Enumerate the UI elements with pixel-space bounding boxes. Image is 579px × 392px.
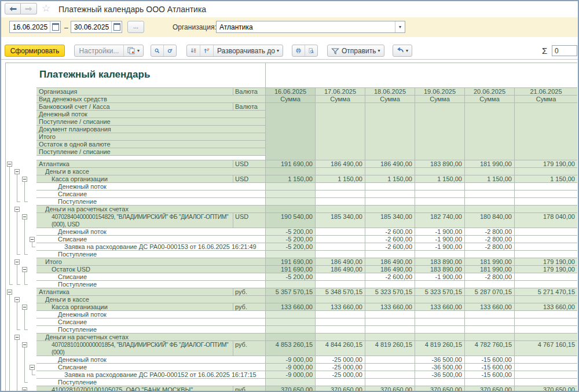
amount-cell[interactable] (415, 168, 465, 175)
settings-button[interactable]: Настройки... (75, 45, 123, 56)
date-header-cell[interactable] (515, 141, 577, 148)
amount-cell[interactable] (266, 198, 316, 206)
amount-cell[interactable]: 191 690,00 (266, 266, 316, 273)
amount-cell[interactable]: 191 690,00 (266, 258, 316, 266)
header-currency-cell[interactable]: Валюта (233, 103, 266, 111)
date-header-cell[interactable] (266, 141, 316, 148)
amount-cell[interactable]: 370 650,00 (365, 386, 415, 391)
date-header-cell[interactable]: Сумма (365, 96, 415, 103)
amount-cell[interactable]: 183 890,00 (415, 160, 465, 168)
date-header-cell[interactable] (515, 133, 577, 141)
amount-cell[interactable] (316, 243, 365, 251)
amount-cell[interactable]: 191 690,00 (266, 160, 316, 168)
amount-cell[interactable]: -25 000,00 (316, 371, 365, 379)
amount-cell[interactable] (266, 334, 316, 341)
organization-dropdown-button[interactable]: ▾ (395, 21, 405, 32)
date-header-cell[interactable] (515, 118, 577, 126)
amount-cell[interactable] (465, 379, 515, 386)
amount-cell[interactable]: -2 800,00 (465, 273, 515, 281)
date-header-cell[interactable] (515, 103, 577, 111)
amount-cell[interactable]: 5 287 070,15 (465, 288, 515, 296)
header-label-cell[interactable]: Поступление / списание (36, 118, 266, 126)
date-header-cell[interactable] (415, 126, 465, 133)
amount-cell[interactable] (365, 168, 415, 175)
date-header-cell[interactable] (316, 111, 365, 118)
amount-cell[interactable]: 1 150,00 (465, 175, 515, 183)
amount-cell[interactable] (515, 243, 577, 251)
preview-button[interactable] (305, 45, 317, 56)
amount-cell[interactable] (515, 236, 577, 243)
header-label-cell[interactable]: Организация (36, 88, 233, 96)
amount-cell[interactable] (415, 326, 465, 334)
date-header-cell[interactable] (515, 148, 577, 156)
header-label-cell[interactable]: Вид денежных средств (36, 96, 266, 103)
amount-cell[interactable] (465, 206, 515, 213)
amount-cell[interactable]: 5 323 570,15 (365, 288, 415, 296)
amount-cell[interactable] (465, 251, 515, 258)
organization-combobox[interactable]: Атлантика ▾ (216, 21, 405, 33)
row-label-cell[interactable]: Поступление (36, 281, 266, 288)
amount-cell[interactable]: 190 540,00 (266, 213, 316, 228)
amount-cell[interactable] (515, 379, 577, 386)
amount-cell[interactable]: -2 800,00 (465, 228, 515, 236)
date-header-cell[interactable] (266, 111, 316, 118)
amount-cell[interactable]: 186 490,00 (365, 258, 415, 266)
date-header-cell[interactable]: 18.06.2025 (365, 88, 415, 96)
date-header-cell[interactable] (415, 141, 465, 148)
amount-cell[interactable]: 4 844 260,15 (316, 341, 365, 356)
amount-cell[interactable] (365, 281, 415, 288)
amount-cell[interactable]: 179 190,00 (515, 160, 577, 168)
collapse-all-button[interactable] (187, 45, 200, 56)
row-label-cell[interactable]: Списание (36, 190, 266, 198)
date-header-cell[interactable] (465, 118, 515, 126)
date-header-cell[interactable] (415, 118, 465, 126)
amount-cell[interactable] (266, 183, 316, 190)
date-header-cell[interactable]: Сумма (415, 96, 465, 103)
amount-cell[interactable] (515, 356, 577, 364)
row-currency-cell[interactable]: USD (233, 160, 266, 168)
expand-all-button[interactable] (200, 45, 213, 56)
amount-cell[interactable] (465, 168, 515, 175)
amount-cell[interactable]: -5 200,00 (266, 273, 316, 281)
date-header-cell[interactable]: Сумма (465, 96, 515, 103)
date-header-cell[interactable] (316, 118, 365, 126)
amount-cell[interactable] (316, 228, 365, 236)
row-label-cell[interactable]: Касса организации (36, 175, 233, 183)
row-currency-cell[interactable]: руб. (233, 303, 266, 311)
header-currency-cell[interactable]: Валюта (233, 88, 266, 96)
amount-cell[interactable]: -1 900,00 (415, 236, 465, 243)
amount-cell[interactable] (515, 198, 577, 206)
date-header-cell[interactable]: 17.06.2025 (316, 88, 365, 96)
amount-cell[interactable]: 179 190,00 (515, 258, 577, 266)
date-from-input[interactable]: 16.06.2025 (9, 21, 61, 33)
date-header-cell[interactable] (515, 126, 577, 133)
header-label-cell[interactable]: Документ планирования (36, 126, 266, 133)
amount-cell[interactable] (365, 371, 415, 379)
row-label-cell[interactable]: Денежный поток (36, 183, 266, 190)
amount-cell[interactable] (515, 273, 577, 281)
amount-cell[interactable] (316, 198, 365, 206)
amount-cell[interactable]: 133 660,00 (465, 303, 515, 311)
date-header-cell[interactable]: 19.06.2025 (415, 88, 465, 96)
amount-cell[interactable] (365, 183, 415, 190)
amount-cell[interactable] (316, 296, 365, 303)
amount-cell[interactable] (365, 356, 415, 364)
amount-cell[interactable] (316, 334, 365, 341)
amount-cell[interactable] (316, 206, 365, 213)
date-header-cell[interactable]: Сумма (515, 96, 577, 103)
amount-cell[interactable] (515, 251, 577, 258)
amount-cell[interactable] (365, 318, 415, 326)
amount-cell[interactable]: 370 650,00 (465, 386, 515, 391)
row-label-cell[interactable]: Заявка на расходование ДС РА00-000152 от… (36, 371, 266, 379)
amount-cell[interactable] (415, 296, 465, 303)
amount-cell[interactable] (465, 183, 515, 190)
amount-cell[interactable] (415, 334, 465, 341)
history-button[interactable]: ▾ (393, 45, 412, 56)
amount-cell[interactable]: -15 600,00 (465, 356, 515, 364)
amount-cell[interactable]: 5 323 570,15 (415, 288, 465, 296)
amount-cell[interactable]: -2 600,00 (365, 228, 415, 236)
row-label-cell[interactable]: Атлантика (36, 160, 233, 168)
collapse-toggle[interactable] (22, 342, 27, 347)
amount-cell[interactable] (316, 318, 365, 326)
row-label-cell[interactable]: Деньги на расчетных счетах (36, 206, 266, 213)
